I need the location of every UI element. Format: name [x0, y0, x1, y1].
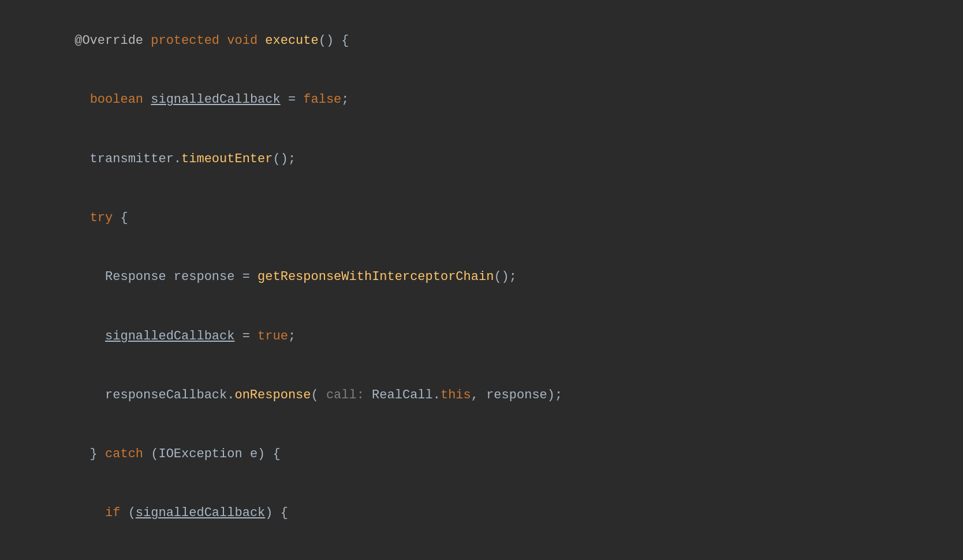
code-editor: @Override protected void execute() { boo…	[0, 0, 963, 560]
code-line-10: // Do not signal the callback twice!	[29, 543, 946, 560]
code-line-2: boolean signalledCallback = false;	[29, 70, 946, 129]
code-line-4: try {	[29, 189, 946, 248]
code-line-8: } catch (IOException e) {	[29, 425, 946, 484]
code-line-7: responseCallback.onResponse( call: RealC…	[29, 366, 946, 425]
code-line-1: @Override protected void execute() {	[29, 12, 946, 70]
code-line-5: Response response = getResponseWithInter…	[29, 248, 946, 307]
code-line-9: if (signalledCallback) {	[29, 484, 946, 543]
code-line-3: transmitter.timeoutEnter();	[29, 130, 946, 189]
code-line-6: signalledCallback = true;	[29, 307, 946, 365]
